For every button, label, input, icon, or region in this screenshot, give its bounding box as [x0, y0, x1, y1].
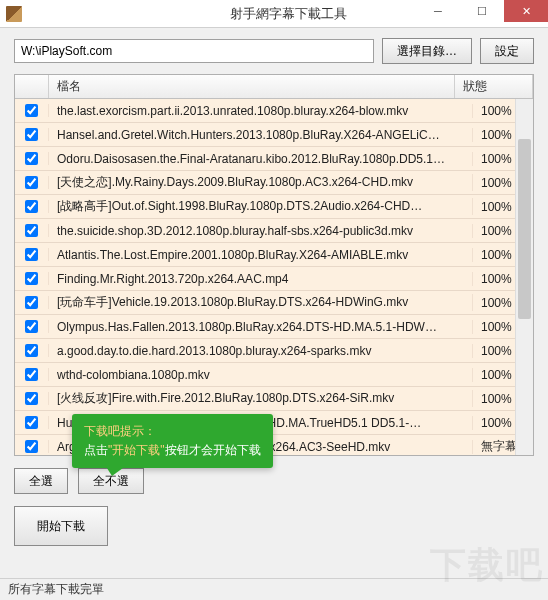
row-checkbox-cell: [15, 104, 49, 117]
table-row[interactable]: [天使之恋].My.Rainy.Days.2009.BluRay.1080p.A…: [15, 171, 533, 195]
table-row[interactable]: the.last.exorcism.part.ii.2013.unrated.1…: [15, 99, 533, 123]
browse-button[interactable]: 選擇目錄…: [382, 38, 472, 64]
table-row[interactable]: wthd-colombiana.1080p.mkv100%: [15, 363, 533, 387]
row-checkbox-cell: [15, 176, 49, 189]
row-checkbox-cell: [15, 248, 49, 261]
column-status[interactable]: 狀態: [455, 75, 533, 98]
list-body: the.last.exorcism.part.ii.2013.unrated.1…: [15, 99, 533, 455]
row-checkbox[interactable]: [25, 200, 38, 213]
hint-tooltip: 下载吧提示： 点击"开始下载"按钮才会开始下载: [72, 414, 273, 468]
row-checkbox-cell: [15, 272, 49, 285]
table-row[interactable]: Odoru.Daisosasen.the.Final-Aratanaru.kib…: [15, 147, 533, 171]
app-icon: [6, 6, 22, 22]
row-filename: [火线反攻]Fire.with.Fire.2012.BluRay.1080p.D…: [49, 390, 473, 407]
row-checkbox-cell: [15, 440, 49, 453]
list-header: 檔名 狀態: [15, 75, 533, 99]
tooltip-text-a: 点击: [84, 443, 108, 457]
row-checkbox-cell: [15, 224, 49, 237]
row-checkbox[interactable]: [25, 224, 38, 237]
row-filename: Olympus.Has.Fallen.2013.1080p.BluRay.x26…: [49, 320, 473, 334]
table-row[interactable]: Hansel.and.Gretel.Witch.Hunters.2013.108…: [15, 123, 533, 147]
table-row[interactable]: [战略高手]Out.of.Sight.1998.BluRay.1080p.DTS…: [15, 195, 533, 219]
titlebar: 射手網字幕下載工具 ─ ☐ ✕: [0, 0, 548, 28]
row-checkbox[interactable]: [25, 344, 38, 357]
status-text: 所有字幕下載完單: [8, 581, 104, 598]
tooltip-text-b: "开始下载": [108, 443, 165, 457]
row-filename: the.suicide.shop.3D.2012.1080p.bluray.ha…: [49, 224, 473, 238]
row-checkbox-cell: [15, 320, 49, 333]
row-checkbox[interactable]: [25, 368, 38, 381]
table-row[interactable]: Olympus.Has.Fallen.2013.1080p.BluRay.x26…: [15, 315, 533, 339]
column-check[interactable]: [15, 75, 49, 98]
table-row[interactable]: the.suicide.shop.3D.2012.1080p.bluray.ha…: [15, 219, 533, 243]
row-filename: Odoru.Daisosasen.the.Final-Aratanaru.kib…: [49, 152, 473, 166]
minimize-button[interactable]: ─: [416, 0, 460, 22]
row-filename: [玩命车手]Vehicle.19.2013.1080p.BluRay.DTS.x…: [49, 294, 473, 311]
status-bar: 所有字幕下載完單: [0, 578, 548, 600]
table-row[interactable]: [玩命车手]Vehicle.19.2013.1080p.BluRay.DTS.x…: [15, 291, 533, 315]
toolbar: 選擇目錄… 設定: [0, 28, 548, 70]
row-filename: [天使之恋].My.Rainy.Days.2009.BluRay.1080p.A…: [49, 174, 473, 191]
row-filename: the.last.exorcism.part.ii.2013.unrated.1…: [49, 104, 473, 118]
row-checkbox-cell: [15, 152, 49, 165]
scrollbar[interactable]: [515, 99, 533, 455]
tooltip-title: 下载吧提示：: [84, 424, 156, 438]
row-checkbox-cell: [15, 128, 49, 141]
close-button[interactable]: ✕: [504, 0, 548, 22]
row-checkbox[interactable]: [25, 128, 38, 141]
row-checkbox-cell: [15, 296, 49, 309]
maximize-button[interactable]: ☐: [460, 0, 504, 22]
row-checkbox[interactable]: [25, 272, 38, 285]
settings-button[interactable]: 設定: [480, 38, 534, 64]
row-checkbox[interactable]: [25, 320, 38, 333]
row-checkbox[interactable]: [25, 152, 38, 165]
table-row[interactable]: Atlantis.The.Lost.Empire.2001.1080p.BluR…: [15, 243, 533, 267]
start-download-button[interactable]: 開始下載: [14, 506, 108, 546]
select-all-button[interactable]: 全選: [14, 468, 68, 494]
row-filename: Atlantis.The.Lost.Empire.2001.1080p.BluR…: [49, 248, 473, 262]
row-checkbox[interactable]: [25, 392, 38, 405]
table-row[interactable]: a.good.day.to.die.hard.2013.1080p.bluray…: [15, 339, 533, 363]
scroll-thumb[interactable]: [518, 139, 531, 319]
row-checkbox[interactable]: [25, 104, 38, 117]
row-filename: Finding.Mr.Right.2013.720p.x264.AAC.mp4: [49, 272, 473, 286]
row-checkbox-cell: [15, 344, 49, 357]
row-checkbox[interactable]: [25, 416, 38, 429]
tooltip-text-c: 按钮才会开始下载: [165, 443, 261, 457]
row-checkbox-cell: [15, 392, 49, 405]
row-checkbox[interactable]: [25, 296, 38, 309]
row-filename: wthd-colombiana.1080p.mkv: [49, 368, 473, 382]
row-filename: [战略高手]Out.of.Sight.1998.BluRay.1080p.DTS…: [49, 198, 473, 215]
row-checkbox[interactable]: [25, 176, 38, 189]
table-row[interactable]: Finding.Mr.Right.2013.720p.x264.AAC.mp41…: [15, 267, 533, 291]
file-list-panel: 檔名 狀態 the.last.exorcism.part.ii.2013.unr…: [14, 74, 534, 456]
path-input[interactable]: [14, 39, 374, 63]
window-controls: ─ ☐ ✕: [416, 0, 548, 22]
row-checkbox[interactable]: [25, 440, 38, 453]
row-filename: Hansel.and.Gretel.Witch.Hunters.2013.108…: [49, 128, 473, 142]
row-filename: a.good.day.to.die.hard.2013.1080p.bluray…: [49, 344, 473, 358]
table-row[interactable]: [火线反攻]Fire.with.Fire.2012.BluRay.1080p.D…: [15, 387, 533, 411]
row-checkbox-cell: [15, 200, 49, 213]
row-checkbox-cell: [15, 416, 49, 429]
row-checkbox-cell: [15, 368, 49, 381]
column-filename[interactable]: 檔名: [49, 75, 455, 98]
row-checkbox[interactable]: [25, 248, 38, 261]
